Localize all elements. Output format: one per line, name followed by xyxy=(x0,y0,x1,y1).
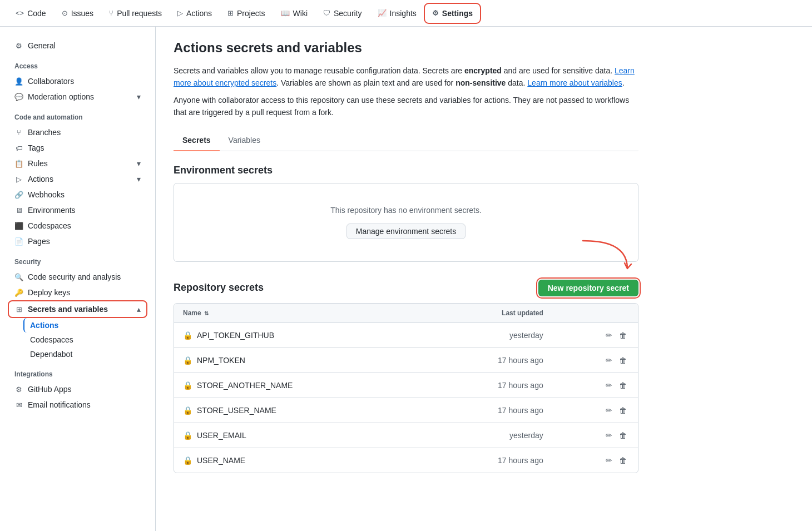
actions-sidebar-icon: ▷ xyxy=(14,175,23,183)
projects-icon: ⊞ xyxy=(227,9,234,17)
top-nav: <> Code ⊙ Issues ⑂ Pull requests ▷ Actio… xyxy=(0,0,812,27)
tab-variables[interactable]: Variables xyxy=(220,130,269,151)
pages-icon: 📄 xyxy=(14,237,23,246)
sidebar-item-code-security[interactable]: 🔍 Code security and analysis xyxy=(9,269,146,285)
edit-secret-button[interactable]: ✏ xyxy=(603,354,615,367)
secret-updated: 17 hours ago xyxy=(427,373,552,398)
delete-secret-button[interactable]: 🗑 xyxy=(617,379,629,392)
sidebar: ⚙ General Access 👤 Collaborators 💬 Moder… xyxy=(0,27,156,531)
nav-insights[interactable]: 📈 Insights xyxy=(371,4,423,22)
page-title: Actions secrets and variables xyxy=(174,40,638,56)
env-secrets-empty-msg: This repository has no environment secre… xyxy=(183,206,629,215)
edit-secret-button[interactable]: ✏ xyxy=(603,454,615,467)
actions-icon: ▷ xyxy=(177,9,183,17)
sidebar-item-deploy-keys[interactable]: 🔑 Deploy keys xyxy=(9,285,146,300)
edit-secret-button[interactable]: ✏ xyxy=(603,404,615,417)
nav-security[interactable]: 🛡 Security xyxy=(316,4,369,22)
sidebar-item-tags[interactable]: 🏷 Tags xyxy=(9,140,146,156)
sort-icon: ⇅ xyxy=(204,310,209,316)
manage-env-secrets-button[interactable]: Manage environment secrets xyxy=(346,224,466,239)
nav-settings[interactable]: ⚙ Settings xyxy=(425,4,479,22)
secret-name: STORE_ANOTHER_NAME xyxy=(197,381,293,390)
layout: ⚙ General Access 👤 Collaborators 💬 Moder… xyxy=(0,27,812,531)
sidebar-item-secrets-variables[interactable]: ⊞ Secrets and variables ▴ xyxy=(9,301,146,317)
edit-secret-button[interactable]: ✏ xyxy=(603,429,615,442)
sidebar-section-access: Access xyxy=(9,53,146,73)
delete-secret-button[interactable]: 🗑 xyxy=(617,354,629,367)
chevron-up-icon: ▴ xyxy=(137,305,141,314)
table-row: 🔒 STORE_ANOTHER_NAME 17 hours ago ✏ 🗑 xyxy=(174,373,638,398)
email-icon: ✉ xyxy=(14,401,23,409)
rules-icon: 📋 xyxy=(14,160,23,168)
sidebar-item-webhooks[interactable]: 🔗 Webhooks xyxy=(9,187,146,202)
new-repository-secret-button[interactable]: New repository secret xyxy=(538,280,638,296)
sidebar-sub-dependabot[interactable]: Dependabot xyxy=(24,347,146,361)
nav-actions[interactable]: ▷ Actions xyxy=(171,4,219,22)
tags-icon: 🏷 xyxy=(14,144,23,152)
sidebar-item-pages[interactable]: 📄 Pages xyxy=(9,234,146,249)
secret-name-cell: 🔒 STORE_ANOTHER_NAME xyxy=(183,381,418,390)
sidebar-item-branches[interactable]: ⑂ Branches xyxy=(9,125,146,140)
insights-icon: 📈 xyxy=(378,9,387,17)
delete-secret-button[interactable]: 🗑 xyxy=(617,404,629,417)
table-row: 🔒 USER_EMAIL yesterday ✏ 🗑 xyxy=(174,423,638,448)
secret-name: USER_EMAIL xyxy=(197,431,246,440)
delete-secret-button[interactable]: 🗑 xyxy=(617,429,629,442)
issues-icon: ⊙ xyxy=(62,9,68,17)
col-name: Name ⇅ xyxy=(174,304,427,323)
secret-name: NPM_TOKEN xyxy=(197,356,245,365)
nav-projects[interactable]: ⊞ Projects xyxy=(221,4,272,22)
secret-updated: yesterday xyxy=(427,323,552,348)
delete-secret-button[interactable]: 🗑 xyxy=(617,454,629,467)
edit-secret-button[interactable]: ✏ xyxy=(603,379,615,392)
nav-issues[interactable]: ⊙ Issues xyxy=(55,4,100,22)
col-actions-header xyxy=(552,304,638,323)
wiki-icon: 📖 xyxy=(281,9,290,17)
nav-pull-requests[interactable]: ⑂ Pull requests xyxy=(102,4,169,22)
table-row: 🔒 USER_NAME 17 hours ago ✏ 🗑 xyxy=(174,448,638,473)
deploy-keys-icon: 🔑 xyxy=(14,289,23,297)
chevron-down-icon-actions: ▾ xyxy=(137,175,141,183)
sidebar-item-email-notifications[interactable]: ✉ Email notifications xyxy=(9,397,146,413)
code-security-icon: 🔍 xyxy=(14,273,23,281)
sidebar-item-codespaces[interactable]: ⬛ Codespaces xyxy=(9,218,146,234)
chevron-down-icon-rules: ▾ xyxy=(137,159,141,168)
page-description-1: Secrets and variables allow you to manag… xyxy=(174,64,638,90)
sidebar-sub-codespaces[interactable]: Codespaces xyxy=(24,333,146,347)
sidebar-section-security: Security xyxy=(9,249,146,269)
col-updated: Last updated xyxy=(427,304,552,323)
nav-code[interactable]: <> Code xyxy=(9,4,53,22)
secret-name-cell: 🔒 NPM_TOKEN xyxy=(183,356,418,365)
sidebar-item-environments[interactable]: 🖥 Environments xyxy=(9,202,146,218)
secrets-variables-sub: Actions Codespaces Dependabot xyxy=(9,318,146,361)
environments-icon: 🖥 xyxy=(14,206,23,215)
tab-secrets[interactable]: Secrets xyxy=(174,130,220,151)
lock-icon: 🔒 xyxy=(183,456,192,465)
sidebar-item-collaborators[interactable]: 👤 Collaborators xyxy=(9,73,146,89)
moderation-icon: 💬 xyxy=(14,93,23,101)
secret-name-cell: 🔒 API_TOKEN_GITHUB xyxy=(183,331,418,340)
env-secrets-box: This repository has no environment secre… xyxy=(174,183,638,262)
table-row: 🔒 NPM_TOKEN 17 hours ago ✏ 🗑 xyxy=(174,348,638,373)
nav-wiki[interactable]: 📖 Wiki xyxy=(274,4,314,22)
sidebar-item-github-apps[interactable]: ⚙ GitHub Apps xyxy=(9,381,146,397)
branches-icon: ⑂ xyxy=(14,128,23,137)
sidebar-sub-actions[interactable]: Actions xyxy=(23,318,146,333)
sidebar-item-general[interactable]: ⚙ General xyxy=(9,38,146,53)
codespaces-icon: ⬛ xyxy=(14,222,23,230)
secret-updated: 17 hours ago xyxy=(427,348,552,373)
sidebar-item-rules[interactable]: 📋 Rules ▾ xyxy=(9,156,146,171)
edit-secret-button[interactable]: ✏ xyxy=(603,329,615,342)
settings-icon: ⚙ xyxy=(432,9,439,17)
secret-name: API_TOKEN_GITHUB xyxy=(197,331,274,340)
tabs: Secrets Variables xyxy=(174,130,638,151)
secrets-variables-icon: ⊞ xyxy=(14,305,23,314)
sidebar-item-actions[interactable]: ▷ Actions ▾ xyxy=(9,171,146,187)
secret-updated: 17 hours ago xyxy=(427,448,552,473)
github-apps-icon: ⚙ xyxy=(14,385,23,394)
sidebar-item-moderation[interactable]: 💬 Moderation options ▾ xyxy=(9,89,146,105)
table-row: 🔒 API_TOKEN_GITHUB yesterday ✏ 🗑 xyxy=(174,323,638,348)
delete-secret-button[interactable]: 🗑 xyxy=(617,329,629,342)
sidebar-section-integrations: Integrations xyxy=(9,361,146,381)
variables-link[interactable]: Learn more about variables xyxy=(527,78,622,87)
